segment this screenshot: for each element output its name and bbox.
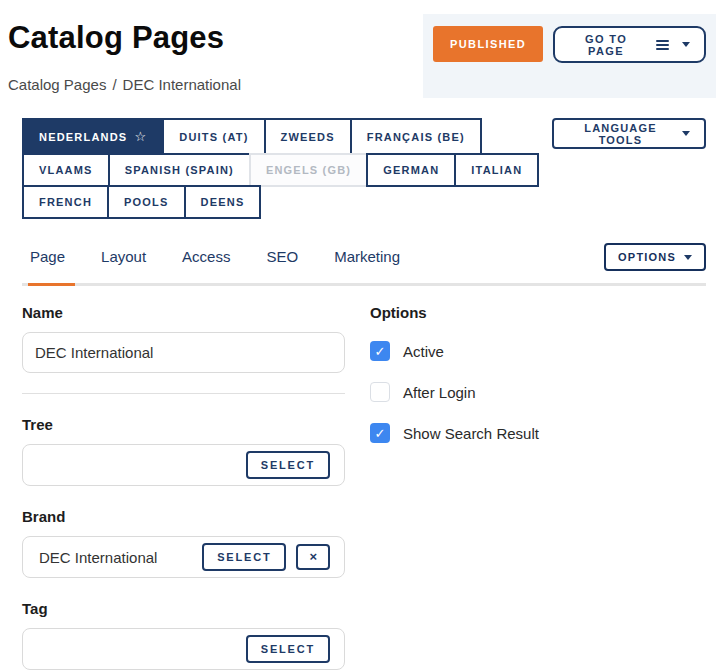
page-header: Catalog Pages Catalog Pages/DEC Internat… [0, 0, 718, 98]
status-panel: PUBLISHED GO TO PAGE [423, 14, 716, 98]
after-login-checkbox-label: After Login [403, 384, 476, 401]
language-tools-label: LANGUAGE TOOLS [568, 122, 673, 146]
language-tab-label: VLAAMS [39, 164, 93, 176]
checkbox-row-show-search-result[interactable]: ✓ Show Search Result [370, 423, 706, 443]
options-button[interactable]: OPTIONS [604, 243, 706, 271]
language-tab-vlaams[interactable]: VLAAMS [22, 153, 110, 187]
language-tab-label: DEENS [201, 196, 245, 208]
language-tabs: NEDERLANDS ☆ DUITS (AT) ZWEEDS FRANÇAIS … [22, 118, 552, 217]
go-to-page-button[interactable]: GO TO PAGE [553, 26, 706, 63]
language-tab-deens[interactable]: DEENS [184, 185, 262, 219]
breadcrumb-separator: / [112, 76, 116, 93]
tag-select-button[interactable]: SELECT [246, 635, 330, 663]
breadcrumb: Catalog Pages/DEC International [8, 76, 241, 93]
breadcrumb-current: DEC International [123, 76, 241, 93]
go-to-page-label: GO TO PAGE [569, 33, 643, 57]
active-tab-indicator [28, 283, 75, 286]
language-tab-duits-at[interactable]: DUITS (AT) [162, 118, 265, 155]
language-tab-francais-be[interactable]: FRANÇAIS (BE) [350, 118, 482, 155]
language-tab-engels-gb[interactable]: ENGELS (GB) [249, 153, 368, 187]
options-button-label: OPTIONS [618, 251, 676, 263]
language-tab-nederlands[interactable]: NEDERLANDS ☆ [22, 118, 164, 155]
chevron-down-icon [682, 42, 690, 47]
close-icon: × [309, 549, 317, 564]
show-search-result-checkbox-label: Show Search Result [403, 425, 539, 442]
menu-icon [656, 40, 669, 50]
check-icon: ✓ [375, 427, 386, 440]
language-tab-french[interactable]: FRENCH [22, 185, 109, 219]
brand-select-field[interactable]: DEC International SELECT × [22, 536, 345, 578]
form-left-column: Name Tree SELECT Brand DEC International… [22, 286, 345, 670]
tab-seo[interactable]: SEO [266, 248, 298, 267]
form-main: Name Tree SELECT Brand DEC International… [0, 286, 718, 670]
form-right-column: Options ✓ Active After Login ✓ Show Sear… [370, 286, 706, 670]
language-tab-label: ZWEEDS [281, 131, 335, 143]
language-tab-label: DUITS (AT) [179, 131, 248, 143]
active-checkbox[interactable]: ✓ [370, 341, 390, 361]
language-tab-german[interactable]: GERMAN [366, 153, 456, 187]
chevron-down-icon [684, 255, 692, 260]
active-checkbox-label: Active [403, 343, 444, 360]
language-section: NEDERLANDS ☆ DUITS (AT) ZWEEDS FRANÇAIS … [0, 118, 718, 217]
breadcrumb-root[interactable]: Catalog Pages [8, 76, 106, 93]
tab-marketing[interactable]: Marketing [334, 248, 400, 267]
tabs-underline [22, 283, 706, 286]
header-left: Catalog Pages Catalog Pages/DEC Internat… [8, 14, 241, 93]
language-tab-label: GERMAN [383, 164, 439, 176]
language-tab-italian[interactable]: ITALIAN [454, 153, 539, 187]
checkbox-row-active[interactable]: ✓ Active [370, 341, 706, 361]
language-tab-label: ENGELS (GB) [266, 164, 351, 176]
tag-select-field[interactable]: SELECT [22, 628, 345, 670]
language-tab-label: POOLS [124, 196, 169, 208]
options-section-title: Options [370, 304, 706, 321]
checkbox-row-after-login[interactable]: After Login [370, 382, 706, 402]
check-icon: ✓ [375, 345, 386, 358]
tag-field-label: Tag [22, 600, 345, 617]
language-tab-label: FRENCH [39, 196, 92, 208]
tree-select-field[interactable]: SELECT [22, 444, 345, 486]
language-tab-spanish-spain[interactable]: SPANISH (SPAIN) [108, 153, 251, 187]
name-input[interactable] [22, 332, 345, 373]
language-tab-label: SPANISH (SPAIN) [125, 164, 234, 176]
content-tabs: Page Layout Access SEO Marketing [30, 248, 436, 267]
language-tab-label: ITALIAN [471, 164, 522, 176]
star-icon: ☆ [134, 129, 147, 144]
content-tabs-row: Page Layout Access SEO Marketing OPTIONS [0, 243, 718, 271]
tab-layout[interactable]: Layout [101, 248, 146, 267]
language-tools-button[interactable]: LANGUAGE TOOLS [552, 118, 706, 149]
tree-select-button[interactable]: SELECT [246, 451, 330, 479]
after-login-checkbox[interactable] [370, 382, 390, 402]
language-tab-zweeds[interactable]: ZWEEDS [264, 118, 352, 155]
brand-select-button[interactable]: SELECT [202, 543, 286, 571]
language-tab-label: NEDERLANDS [39, 131, 127, 143]
catalog-page: Catalog Pages Catalog Pages/DEC Internat… [0, 0, 718, 672]
tree-field-label: Tree [22, 416, 345, 433]
published-status-button[interactable]: PUBLISHED [433, 26, 543, 62]
chevron-down-icon [682, 131, 690, 136]
show-search-result-checkbox[interactable]: ✓ [370, 423, 390, 443]
brand-field-label: Brand [22, 508, 345, 525]
tab-access[interactable]: Access [182, 248, 230, 267]
brand-clear-button[interactable]: × [296, 544, 330, 570]
name-field-label: Name [22, 304, 345, 321]
language-tab-label: FRANÇAIS (BE) [367, 131, 465, 143]
tab-page[interactable]: Page [30, 248, 65, 267]
page-title: Catalog Pages [8, 20, 241, 56]
language-tab-pools[interactable]: POOLS [107, 185, 186, 219]
brand-value: DEC International [39, 549, 202, 566]
section-divider [22, 393, 345, 394]
